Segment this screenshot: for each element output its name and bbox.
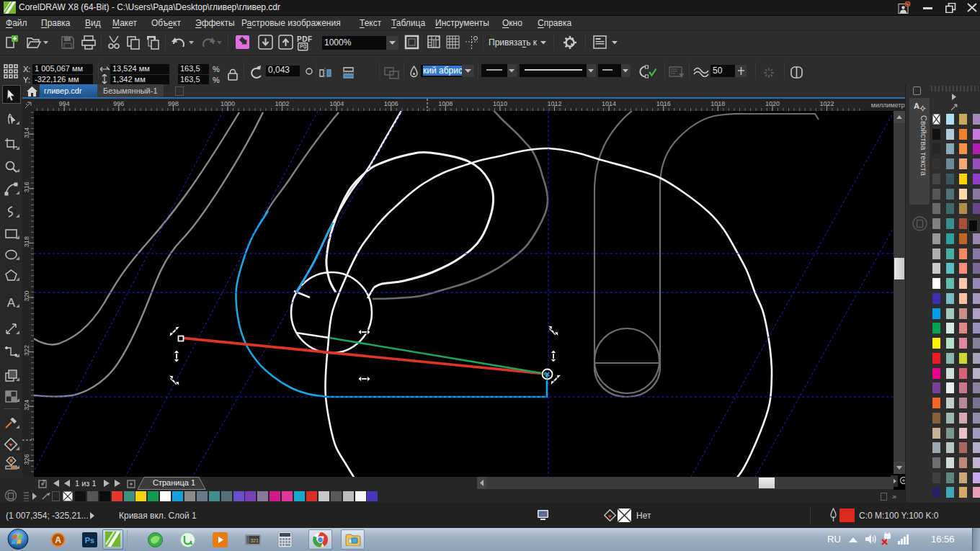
svg-text:1016: 1016 (656, 100, 671, 107)
svg-text:314: 314 (23, 127, 30, 138)
svg-text:994: 994 (59, 100, 70, 107)
svg-text:1000: 1000 (220, 100, 235, 107)
svg-text:996: 996 (113, 100, 124, 107)
svg-text:321: 321 (250, 538, 259, 543)
svg-text:1018: 1018 (710, 100, 725, 107)
svg-text:1012: 1012 (547, 100, 561, 107)
svg-text:A: A (55, 535, 61, 545)
svg-text:1010: 1010 (493, 100, 507, 107)
svg-text:326: 326 (23, 454, 30, 465)
svg-text:324: 324 (23, 400, 30, 411)
svg-text:316: 316 (23, 182, 30, 192)
svg-text:1020: 1020 (765, 100, 780, 107)
svg-text:1022: 1022 (819, 100, 834, 107)
svg-text:318: 318 (23, 236, 30, 247)
svg-text:998: 998 (168, 100, 179, 107)
svg-text:1002: 1002 (275, 100, 290, 107)
svg-text:1004: 1004 (329, 100, 344, 107)
svg-text:1014: 1014 (602, 100, 616, 107)
svg-text:320: 320 (23, 290, 30, 301)
svg-text:Ps: Ps (85, 536, 94, 545)
svg-text:1006: 1006 (384, 100, 398, 107)
svg-text:322: 322 (23, 345, 30, 356)
svg-text:1008: 1008 (438, 100, 453, 107)
svg-text:A: A (7, 296, 16, 309)
